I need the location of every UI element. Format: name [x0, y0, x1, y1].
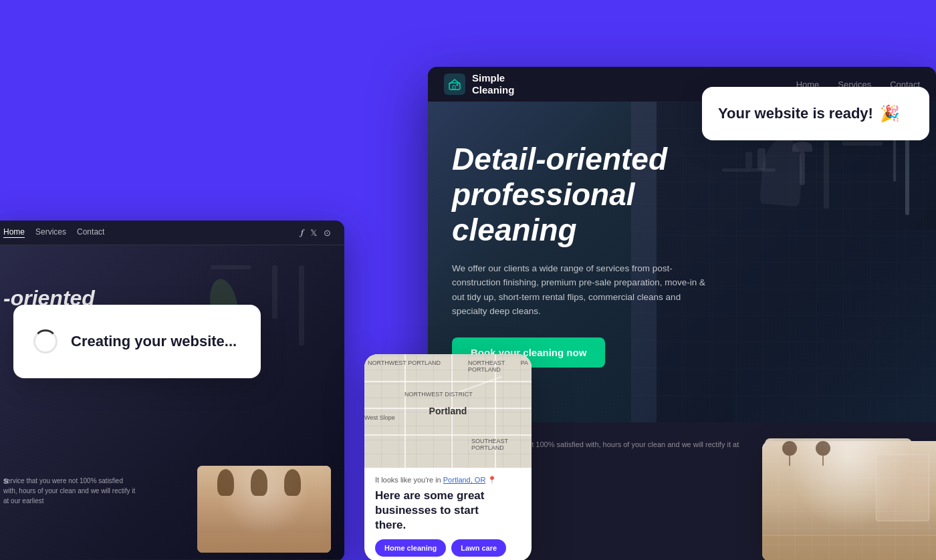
phone-content: It looks like you're in Portland, OR 📍 H…	[364, 468, 532, 560]
website-ready-card: Your website is ready! 🎉	[702, 87, 929, 140]
kitchen-counter	[197, 533, 331, 553]
hero-title: Detail-oriented professional cleaning	[452, 142, 733, 248]
map-portland-label: Portland	[429, 406, 467, 416]
phone-map: NORTHWEST PORTLAND NORTHEAST PORTLAND NO…	[364, 354, 532, 468]
corner-fade	[733, 230, 936, 422]
map-label-nwd: NORTHWEST DISTRICT	[404, 391, 473, 398]
logo-text: Simple Cleaning	[472, 72, 514, 96]
hero-content: Detail-oriented professional cleaning We…	[452, 142, 733, 368]
left-nav: Home Services Contact 𝒇 𝕏 ⊙	[0, 221, 344, 245]
svg-rect-0	[449, 83, 460, 90]
left-nav-home[interactable]: Home	[3, 227, 25, 238]
pendant-3	[284, 469, 301, 496]
left-content: -oriented s service that you were not 10…	[0, 245, 344, 559]
road-h-3	[364, 434, 532, 436]
right-kitchen-inner	[762, 441, 936, 560]
hero-title-line1: Detail-oriented	[452, 142, 667, 176]
phone-location-link[interactable]: Portland, OR	[443, 476, 486, 484]
phone-heading: Here are some great businesses to start …	[375, 488, 521, 533]
phone-location: It looks like you're in Portland, OR 📍	[375, 476, 521, 484]
twitter-icon[interactable]: 𝕏	[310, 228, 317, 238]
phone-buttons: Home cleaning Lawn care	[375, 539, 521, 557]
facebook-icon[interactable]: 𝒇	[301, 227, 304, 238]
hero-subtitle: We offer our clients a wide range of ser…	[452, 261, 706, 319]
decor-bar-1	[299, 265, 304, 345]
phone-mockup: NORTHWEST PORTLAND NORTHEAST PORTLAND NO…	[364, 354, 532, 560]
pin-icon: 📍	[487, 476, 497, 484]
left-nav-contact[interactable]: Contact	[77, 227, 104, 238]
phone-heading-2: businesses to start	[375, 504, 479, 517]
decor-bar-2	[272, 265, 277, 319]
lawn-care-button[interactable]: Lawn care	[451, 539, 506, 557]
svg-rect-2	[453, 86, 455, 90]
home-cleaning-button[interactable]: Home cleaning	[375, 539, 446, 557]
left-bottom-text: service that you were not 100% satisfied…	[3, 476, 137, 506]
instagram-icon[interactable]: ⊙	[324, 228, 331, 238]
creating-text: Creating your website...	[71, 333, 237, 350]
map-label-pa: PA	[521, 360, 528, 366]
phone-heading-3: there.	[375, 519, 406, 531]
map-label-nwp: NORTHWEST PORTLAND	[368, 360, 441, 366]
svg-point-1	[457, 84, 459, 86]
logo-line2: Cleaning	[472, 84, 514, 96]
logo-area: Simple Cleaning	[444, 72, 514, 96]
loading-spinner	[33, 329, 57, 354]
creating-website-card: Creating your website...	[13, 305, 261, 378]
left-kitchen-thumb	[197, 466, 331, 553]
phone-heading-1: Here are some great	[375, 489, 484, 502]
logo-svg	[448, 78, 461, 91]
left-social-icons: 𝒇 𝕏 ⊙	[301, 227, 331, 238]
right-kitchen-image	[762, 441, 936, 560]
road-v-1	[404, 354, 406, 468]
left-browser-panel: Home Services Contact 𝒇 𝕏 ⊙ -oriented s …	[0, 221, 344, 560]
phone-location-prefix: It looks like you're in	[375, 476, 443, 484]
left-nav-services[interactable]: Services	[35, 227, 66, 238]
right-kitchen-tiles	[762, 441, 936, 560]
pendant-2	[251, 469, 267, 496]
map-label-sep: SOUTHEAST PORTLAND	[471, 438, 532, 451]
road-h-1	[364, 381, 532, 382]
left-nav-links: Home Services Contact	[3, 227, 104, 238]
kitchen-thumb-inner	[197, 466, 331, 553]
map-label-ws: West Slope	[364, 414, 395, 421]
logo-icon	[444, 74, 465, 95]
hero-title-line2: professional cleaning	[452, 177, 635, 247]
pendant-1	[217, 469, 234, 496]
decor-shelf-1	[211, 265, 251, 269]
logo-line1: Simple	[472, 72, 514, 84]
ready-text: Your website is ready!	[718, 105, 873, 122]
party-emoji: 🎉	[880, 104, 900, 123]
